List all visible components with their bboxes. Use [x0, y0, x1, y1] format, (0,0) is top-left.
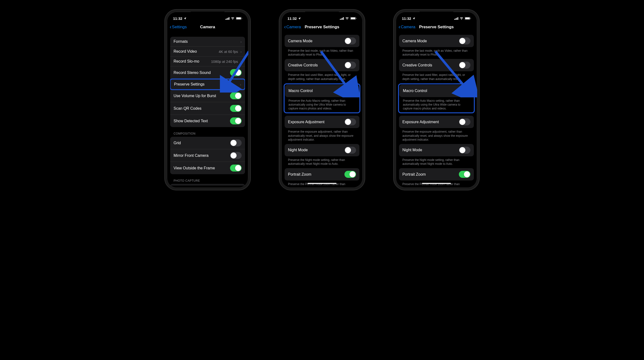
wifi-icon	[460, 17, 464, 20]
row-desc: Preserve the last mode, such as Video, r…	[284, 47, 360, 57]
wifi-icon	[231, 17, 234, 20]
row-stereo-sound: Record Stereo Sound	[170, 67, 245, 79]
row-label: Exposure Adjustment	[288, 120, 324, 124]
home-indicator[interactable]	[422, 183, 451, 184]
back-button[interactable]: ‹ Camera	[284, 25, 301, 30]
toggle-camera-mode[interactable]	[344, 38, 356, 45]
chevron-right-icon: ›	[240, 40, 242, 44]
home-indicator[interactable]	[308, 183, 336, 184]
row-record-slomo[interactable]: Record Slo-mo 1080p at 240 fps ›	[170, 57, 245, 67]
svg-rect-6	[242, 18, 242, 19]
settings-group-1: Formats › Record Video 4K at 60 fps › Re…	[170, 37, 245, 127]
row-photographic-styles[interactable]: Photographic Styles	[170, 184, 245, 186]
section-exposure: Exposure Adjustment Preserve the exposur…	[284, 116, 360, 142]
toggle-detected-text[interactable]	[230, 117, 242, 124]
row-record-video[interactable]: Record Video 4K at 60 fps ›	[170, 47, 245, 57]
toggle-creative[interactable]	[459, 62, 470, 69]
row-macro-control: Macro Control	[285, 85, 359, 97]
battery-icon	[350, 17, 356, 20]
toggle-portrait[interactable]	[344, 171, 356, 178]
status-time: 11:32	[402, 17, 416, 21]
back-button[interactable]: ‹ Settings	[170, 25, 187, 30]
row-desc: Preserve the last used filter, aspect ra…	[284, 71, 360, 81]
toggle-exposure[interactable]	[459, 118, 470, 125]
row-mirror: Mirror Front Camera	[170, 149, 245, 162]
group: Night Mode	[284, 144, 360, 156]
cellular-icon	[454, 17, 458, 20]
chevron-left-icon: ‹	[284, 25, 286, 30]
group: Camera Mode	[284, 35, 360, 47]
row-value: 4K at 60 fps	[219, 50, 238, 54]
status-icons	[340, 17, 356, 20]
row-right: 4K at 60 fps ›	[219, 50, 242, 54]
row-label: Preserve Settings	[174, 82, 204, 87]
row-preserve-settings[interactable]: Preserve Settings ›	[170, 79, 245, 90]
section-night: Night Mode Preserve the Night mode setti…	[284, 144, 360, 166]
page-title: Preserve Settings	[304, 25, 340, 30]
group: Night Mode	[399, 144, 474, 156]
row-label: Creative Controls	[402, 63, 432, 67]
group: Exposure Adjustment	[399, 116, 474, 128]
toggle-night[interactable]	[459, 147, 470, 154]
svg-rect-19	[458, 17, 458, 20]
toggle-volume-burst[interactable]	[230, 92, 242, 99]
row-label: Portrait Zoom	[288, 172, 312, 177]
toggle-night[interactable]	[344, 147, 356, 154]
back-button[interactable]: ‹ Camera	[398, 25, 416, 30]
row-label: Macro Control	[288, 89, 312, 93]
page-title: Camera	[200, 25, 215, 30]
svg-rect-21	[465, 18, 470, 19]
toggle-macro[interactable]	[458, 88, 470, 95]
location-icon	[412, 17, 416, 20]
toggle-macro[interactable]	[344, 88, 356, 95]
wifi-icon	[345, 17, 349, 20]
row-night-mode: Night Mode	[284, 144, 360, 156]
phone-mockup-3: 11:32 ‹ Camera Preserve Settings Camera …	[394, 10, 479, 190]
row-desc: Preserve the Auto Macro setting, rather …	[285, 97, 359, 112]
toggle-portrait[interactable]	[459, 171, 470, 178]
row-formats[interactable]: Formats ›	[170, 37, 245, 47]
section-creative: Creative Controls Preserve the last used…	[399, 59, 474, 81]
svg-rect-5	[236, 18, 241, 19]
group: Macro Control	[400, 85, 473, 97]
row-label: Scan QR Codes	[174, 106, 202, 111]
notch	[191, 12, 224, 18]
svg-rect-2	[228, 18, 228, 20]
toggle-exposure[interactable]	[344, 118, 356, 125]
svg-rect-9	[341, 18, 342, 20]
section-night: Night Mode Preserve the Night mode setti…	[399, 144, 474, 166]
section-creative: Creative Controls Preserve the last used…	[284, 59, 360, 81]
toggle-grid[interactable]	[230, 139, 242, 146]
svg-rect-11	[343, 17, 344, 20]
notch	[420, 12, 453, 18]
row-desc: Preserve the Night mode setting, rather …	[284, 156, 360, 166]
toggle-mirror[interactable]	[230, 152, 242, 159]
section-camera-mode: Camera Mode Preserve the last mode, such…	[399, 35, 474, 57]
time-text: 11:32	[402, 17, 411, 21]
group: Portrait Zoom	[284, 168, 360, 180]
battery-icon	[465, 17, 471, 20]
chevron-left-icon: ‹	[170, 25, 172, 30]
row-label: Macro Control	[403, 89, 427, 93]
row-view-outside: View Outside the Frame	[170, 162, 245, 174]
toggle-stereo[interactable]	[230, 69, 242, 76]
chevron-right-icon: ›	[240, 60, 242, 64]
toggle-scan-qr[interactable]	[230, 105, 242, 112]
row-label: Night Mode	[288, 148, 308, 152]
row-desc: Preserve the last used filter, aspect ra…	[399, 71, 474, 81]
toggle-view-outside[interactable]	[230, 165, 242, 172]
toggle-creative[interactable]	[344, 62, 356, 69]
toggle-camera-mode[interactable]	[459, 38, 470, 45]
row-label: Formats	[174, 39, 188, 44]
back-label: Camera	[401, 25, 415, 30]
group: Macro Control	[285, 85, 359, 97]
content: Camera Mode Preserve the last mode, such…	[396, 35, 477, 186]
row-portrait-zoom: Portrait Zoom	[284, 168, 360, 180]
content: Formats › Record Video 4K at 60 fps › Re…	[167, 37, 248, 186]
group: Exposure Adjustment	[284, 116, 360, 128]
chevron-right-icon: ›	[240, 82, 241, 87]
svg-rect-13	[351, 18, 355, 19]
row-label: Portrait Zoom	[402, 172, 426, 177]
row-desc: Preserve the Night mode setting, rather …	[399, 156, 474, 166]
settings-group-composition: Grid Mirror Front Camera View Outside th…	[170, 137, 245, 174]
